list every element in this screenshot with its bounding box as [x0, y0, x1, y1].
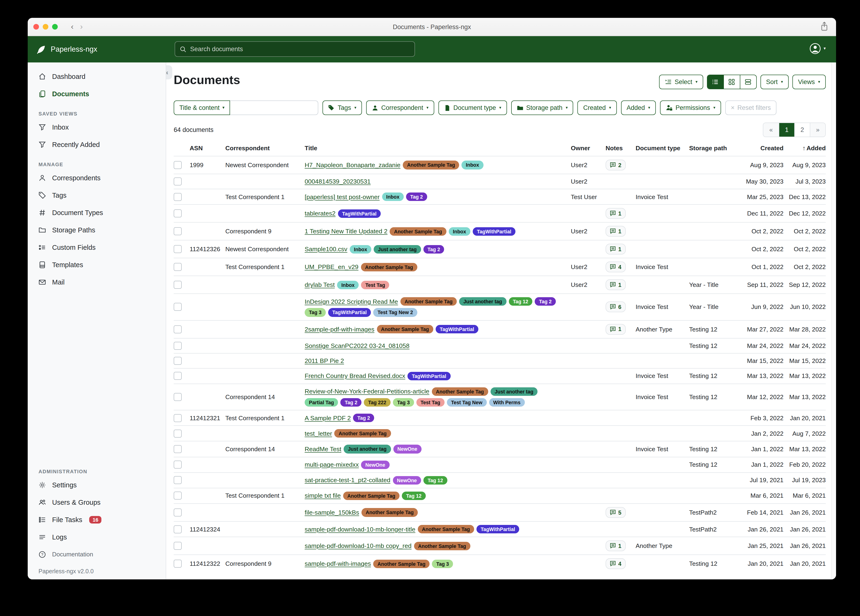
- document-type-value[interactable]: Invoice Test: [636, 393, 687, 401]
- correspondent-value[interactable]: Newest Correspondent: [225, 162, 303, 168]
- tag-pill[interactable]: TagWithPartial: [477, 525, 519, 533]
- sidebar-collapse-button[interactable]: «: [166, 65, 172, 79]
- correspondent-value[interactable]: Newest Correspondent: [225, 245, 303, 253]
- sidebar-item-custom-fields[interactable]: Custom Fields: [28, 240, 166, 255]
- tag-pill[interactable]: Tag 12: [402, 492, 426, 500]
- header-created[interactable]: Created: [736, 145, 783, 152]
- storage-path-value[interactable]: Testing 12: [689, 560, 734, 567]
- correspondent-value[interactable]: Correspondent 9: [225, 228, 303, 235]
- tag-pill[interactable]: With Perms: [489, 398, 524, 407]
- added-filter-button[interactable]: Added ▾: [621, 101, 656, 115]
- notes-badge[interactable]: 4: [606, 261, 626, 272]
- sidebar-item-mail[interactable]: Mail: [28, 275, 166, 289]
- sidebar-item-templates[interactable]: Templates: [28, 257, 166, 272]
- document-type-value[interactable]: Another Type: [636, 325, 687, 333]
- storage-path-value[interactable]: Testing 12: [689, 372, 734, 379]
- document-title-link[interactable]: ReadMe Test: [304, 446, 341, 453]
- document-title-link[interactable]: InDesign 2022 Scripting Read Me: [304, 298, 398, 305]
- title-content-filter-input[interactable]: [230, 101, 319, 115]
- document-type-filter-button[interactable]: Document type ▾: [438, 101, 507, 115]
- tag-pill[interactable]: Inbox: [382, 193, 404, 201]
- document-type-value[interactable]: Invoice Test: [636, 446, 687, 453]
- document-title-link[interactable]: French Country Bread Revised.docx: [304, 372, 405, 379]
- document-title-link[interactable]: A Sample PDF 2: [304, 414, 351, 421]
- storage-path-filter-button[interactable]: Storage path ▾: [511, 101, 573, 115]
- row-checkbox[interactable]: [174, 460, 182, 468]
- tag-pill[interactable]: Another Sample Tag: [361, 508, 418, 517]
- back-icon[interactable]: ‹: [71, 22, 74, 31]
- storage-path-value[interactable]: TestPath2: [689, 526, 734, 533]
- header-correspondent[interactable]: Correspondent: [225, 145, 303, 152]
- document-title-link[interactable]: simple txt file: [304, 492, 341, 499]
- document-type-value[interactable]: Invoice Test: [636, 193, 687, 200]
- document-title-link[interactable]: test_letter: [304, 430, 332, 437]
- document-title-link[interactable]: tablerates2: [304, 210, 336, 217]
- row-checkbox[interactable]: [174, 372, 182, 380]
- tag-pill[interactable]: TagWithPartial: [338, 209, 381, 218]
- tag-pill[interactable]: Another Sample Tag: [361, 263, 417, 271]
- tag-pill[interactable]: Just another tag: [344, 445, 391, 453]
- correspondent-value[interactable]: Correspondent 9: [225, 560, 303, 567]
- row-checkbox[interactable]: [174, 325, 182, 333]
- sort-button[interactable]: Sort ▾: [761, 75, 789, 89]
- tag-pill[interactable]: Tag 3: [432, 559, 453, 568]
- tag-pill[interactable]: Inbox: [462, 161, 483, 169]
- sidebar-item-settings[interactable]: Settings: [28, 478, 166, 492]
- header-notes[interactable]: Notes: [606, 145, 634, 152]
- row-checkbox[interactable]: [174, 430, 182, 438]
- document-title-link[interactable]: sample-pdf-with-images: [304, 560, 371, 567]
- row-checkbox[interactable]: [174, 227, 182, 235]
- document-type-value[interactable]: Invoice Test: [636, 263, 687, 270]
- views-button[interactable]: Views ▾: [793, 75, 826, 89]
- document-title-link[interactable]: Sample100.csv: [304, 245, 347, 253]
- document-title-link[interactable]: sample-pdf-download-10-mb-longer-title: [304, 526, 416, 533]
- tag-pill[interactable]: Tag 12: [424, 476, 447, 484]
- permissions-filter-button[interactable]: Permissions ▾: [660, 101, 721, 115]
- minimize-window-button[interactable]: [43, 24, 49, 30]
- row-checkbox[interactable]: [174, 542, 182, 550]
- notes-badge[interactable]: 1: [606, 208, 626, 219]
- correspondent-value[interactable]: Test Correspondent 1: [225, 492, 303, 499]
- header-title[interactable]: Title: [304, 145, 569, 152]
- sidebar-item-correspondents[interactable]: Correspondents: [28, 170, 166, 185]
- tag-pill[interactable]: Test Tag New: [447, 398, 486, 407]
- tag-pill[interactable]: Another Sample Tag: [343, 492, 400, 500]
- row-checkbox[interactable]: [174, 209, 182, 217]
- tag-pill[interactable]: Another Sample Tag: [400, 297, 457, 306]
- brand[interactable]: Paperless-ngx: [36, 44, 97, 55]
- tag-pill[interactable]: Test Tag: [361, 281, 389, 289]
- tag-pill[interactable]: Test Tag: [416, 398, 444, 407]
- forward-icon[interactable]: ›: [80, 22, 83, 31]
- sidebar-item-documents[interactable]: Documents: [28, 86, 166, 101]
- storage-path-value[interactable]: Year - Title: [689, 303, 734, 311]
- tag-pill[interactable]: Inbox: [449, 227, 470, 236]
- row-checkbox[interactable]: [174, 476, 182, 484]
- row-checkbox[interactable]: [174, 193, 182, 201]
- correspondent-value[interactable]: Correspondent 14: [225, 393, 303, 401]
- document-title-link[interactable]: sat-practice-test-1_pt2-collated: [304, 477, 390, 484]
- pagination-next-button[interactable]: »: [810, 123, 825, 137]
- title-content-filter-button[interactable]: Title & content ▾: [174, 101, 230, 115]
- row-checkbox[interactable]: [174, 245, 182, 253]
- document-title-link[interactable]: 0004814539_20230531: [304, 178, 370, 185]
- document-type-value[interactable]: Invoice Test: [636, 372, 687, 379]
- tag-pill[interactable]: Another Sample Tag: [334, 429, 391, 438]
- sidebar-item-tags[interactable]: Tags: [28, 188, 166, 202]
- tag-pill[interactable]: Inbox: [350, 245, 372, 253]
- zoom-window-button[interactable]: [52, 24, 58, 30]
- notes-badge[interactable]: 2: [606, 160, 626, 170]
- storage-path-value[interactable]: Testing 12: [689, 342, 734, 349]
- sidebar-item-dashboard[interactable]: Dashboard: [28, 69, 166, 83]
- notes-badge[interactable]: 1: [606, 324, 626, 335]
- row-checkbox[interactable]: [174, 393, 182, 401]
- reset-filters-button[interactable]: × Reset filters: [725, 101, 777, 115]
- tag-pill[interactable]: Just another tag: [459, 297, 506, 306]
- document-title-link[interactable]: UM_PPBE_en_v29: [304, 263, 358, 270]
- sidebar-item-logs[interactable]: Logs: [28, 530, 166, 544]
- document-title-link[interactable]: H7_Napoleon_Bonaparte_zadanie: [304, 162, 400, 168]
- tag-pill[interactable]: Tag 2: [353, 414, 374, 422]
- notes-badge[interactable]: 5: [606, 507, 626, 518]
- tag-pill[interactable]: Another Sample Tag: [373, 559, 430, 568]
- notes-badge[interactable]: 6: [606, 302, 626, 313]
- document-title-link[interactable]: 2sample-pdf-with-images: [304, 325, 374, 333]
